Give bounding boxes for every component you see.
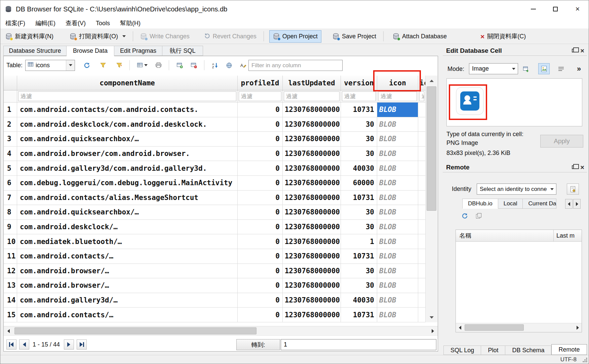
minimize-button[interactable] <box>522 0 544 18</box>
identity-select[interactable]: Select an identity to conne <box>477 184 556 195</box>
cell-componentName[interactable]: com.android.contacts/com.android.contact… <box>17 103 238 117</box>
print-button[interactable] <box>153 59 164 71</box>
cell-componentName[interactable]: com.android.contacts/alias.MessageShortc… <box>17 191 238 205</box>
cell-componentName[interactable]: com.android.browser/… <box>17 278 238 293</box>
cell-lastUpdated[interactable]: 1230768000000 <box>283 117 341 132</box>
close-panel-icon[interactable]: × <box>580 164 584 171</box>
cell-version[interactable]: 30 <box>341 117 377 132</box>
table-row[interactable]: 8com.android.quicksearchbox/…01230768000… <box>4 205 425 220</box>
menu-edit[interactable]: 編輯(E) <box>30 18 61 29</box>
column-header-version[interactable]: version <box>341 76 377 90</box>
cell-version[interactable]: 10731 <box>341 103 377 117</box>
chevron-down-icon[interactable] <box>144 64 148 66</box>
chevron-down-icon[interactable] <box>66 60 75 71</box>
cell-profileId[interactable]: 0 <box>238 191 283 205</box>
cell-icon[interactable]: BLOB <box>377 293 418 308</box>
table-row[interactable]: 4com.android.browser/com.android.browser… <box>4 147 425 161</box>
cell-componentName[interactable]: com.android.browser/com.android.browser. <box>17 147 238 161</box>
float-panel-icon[interactable] <box>572 165 576 169</box>
tab-db-schema[interactable]: DB Schema <box>505 346 551 355</box>
cell-componentName[interactable]: com.android.gallery3d/… <box>17 293 238 308</box>
cell-lastUpdated[interactable]: 1230768000000 <box>283 234 341 249</box>
cell-profileId[interactable]: 0 <box>238 205 283 219</box>
table-row[interactable]: 11com.android.contacts/…0123076800000010… <box>4 249 425 264</box>
tab-current-database[interactable]: Current Dat <box>523 199 556 209</box>
write-changes-button[interactable]: Write Changes <box>136 30 193 43</box>
import-data-button[interactable] <box>520 63 532 74</box>
save-table-button[interactable] <box>134 59 150 71</box>
encoding-label[interactable]: UTF-8 <box>560 356 577 363</box>
table-row[interactable]: 15com.android.contacts/…0123076800000010… <box>4 308 425 322</box>
scroll-up-button[interactable] <box>426 76 437 86</box>
cell-icon2[interactable] <box>418 132 425 146</box>
vscrollbar-thumb[interactable] <box>427 86 436 211</box>
cell-lastUpdated[interactable]: 1230768000000 <box>283 220 341 234</box>
edit-mode-button[interactable]: A <box>237 59 249 71</box>
horizontal-scrollbar[interactable] <box>4 326 438 336</box>
column-header-profileId[interactable]: profileId <box>238 76 283 90</box>
tab-dbhub[interactable]: DBHub.io <box>462 199 498 209</box>
cell-icon2[interactable] <box>418 293 425 308</box>
maximize-button[interactable] <box>544 0 566 18</box>
clear-filter-button[interactable] <box>97 59 109 71</box>
cell-profileId[interactable]: 0 <box>238 293 283 308</box>
table-row[interactable]: 1com.android.contacts/com.android.contac… <box>4 103 425 117</box>
filter-field[interactable]: 過濾 <box>342 91 376 101</box>
cell-icon2[interactable] <box>418 103 425 117</box>
cell-icon2[interactable] <box>418 176 425 190</box>
cell-icon[interactable]: BLOB <box>377 278 418 293</box>
cell-icon[interactable]: BLOB <box>377 264 418 278</box>
cell-icon[interactable]: BLOB <box>377 176 418 190</box>
cell-lastUpdated[interactable]: 1230768000000 <box>283 176 341 190</box>
open-db-button[interactable]: 打開資料庫(O) <box>66 30 129 43</box>
remote-hscrollbar[interactable] <box>456 323 582 332</box>
cell-icon2[interactable] <box>418 264 425 278</box>
cell-version[interactable]: 30 <box>341 132 377 146</box>
menu-file[interactable]: 檔案(F) <box>0 18 30 29</box>
open-project-button[interactable]: Open Project <box>269 30 321 43</box>
cell-profileId[interactable]: 0 <box>238 264 283 278</box>
prev-record-button[interactable] <box>19 339 29 350</box>
filter-field[interactable]: 過濾 <box>419 91 424 101</box>
cell-lastUpdated[interactable]: 1230768000000 <box>283 161 341 175</box>
filter-field[interactable]: 過濾 <box>378 91 417 101</box>
table-row[interactable]: 7com.android.contacts/alias.MessageShort… <box>4 191 425 205</box>
tab-sql-log[interactable]: SQL Log <box>443 346 481 355</box>
menu-view[interactable]: 查看(V) <box>61 18 91 29</box>
cell-componentName[interactable]: com.mediatek.bluetooth/… <box>17 234 238 249</box>
cell-icon[interactable]: BLOB <box>377 132 418 146</box>
cell-version[interactable]: 30 <box>341 264 377 278</box>
cell-version[interactable]: 60000 <box>341 176 377 190</box>
open-db-dropdown-icon[interactable] <box>122 35 126 37</box>
cell-lastUpdated[interactable]: 1230768000000 <box>283 191 341 205</box>
cell-version[interactable]: 1 <box>341 234 377 249</box>
cell-lastUpdated[interactable]: 1230768000000 <box>283 249 341 264</box>
cell-componentName[interactable]: com.android.browser/… <box>17 264 238 278</box>
cell-icon[interactable]: BLOB <box>377 103 418 117</box>
remote-refresh-button[interactable] <box>460 211 470 221</box>
cell-componentName[interactable]: com.android.contacts/… <box>17 308 238 322</box>
attach-db-button[interactable]: Attach Database <box>389 30 450 43</box>
cell-icon[interactable]: BLOB <box>377 249 418 264</box>
cell-icon2[interactable] <box>418 161 425 175</box>
cell-version[interactable]: 40030 <box>341 293 377 308</box>
cell-lastUpdated[interactable]: 1230768000000 <box>283 293 341 308</box>
cell-lastUpdated[interactable]: 1230768000000 <box>283 264 341 278</box>
close-button[interactable]: × <box>566 0 589 18</box>
cell-icon[interactable]: BLOB <box>377 308 418 322</box>
scroll-down-button[interactable] <box>426 312 437 322</box>
menu-help[interactable]: 幫助(H) <box>115 18 146 29</box>
cell-profileId[interactable]: 0 <box>238 161 283 175</box>
tab-remote[interactable]: Remote <box>551 344 587 355</box>
cell-image-preview[interactable] <box>446 78 582 126</box>
cell-componentName[interactable]: com.android.quicksearchbox/… <box>17 132 238 146</box>
sort-asc-button[interactable]: AZ <box>209 59 221 71</box>
cell-version[interactable]: 10731 <box>341 308 377 322</box>
cell-version[interactable]: 30 <box>341 278 377 293</box>
cell-icon2[interactable] <box>418 147 425 161</box>
filter-field[interactable]: 過濾 <box>18 91 236 101</box>
cell-icon2[interactable] <box>418 205 425 219</box>
cell-componentName[interactable]: com.debug.loggerui/com.debug.loggerui.Ma… <box>17 176 238 190</box>
remote-clone-button[interactable] <box>474 211 484 221</box>
cell-profileId[interactable]: 0 <box>238 278 283 293</box>
